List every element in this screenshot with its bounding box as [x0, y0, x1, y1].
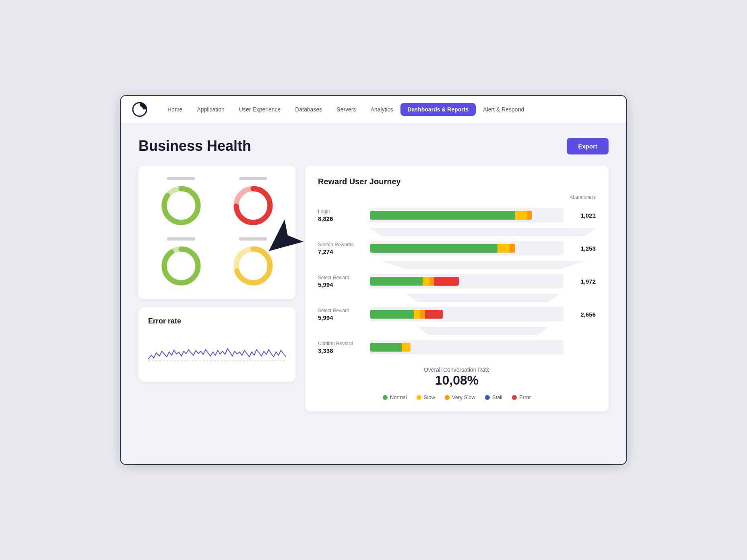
gauges-grid [148, 177, 286, 288]
nav-dashboards[interactable]: Dashboards & Reports [400, 103, 476, 116]
journey-title: Reward User Journey [318, 177, 596, 186]
nav-analytics[interactable]: Analytics [363, 103, 400, 116]
nav-home[interactable]: Home [160, 103, 190, 116]
gauge-1-ring [159, 183, 203, 228]
funnel-label-5: Confirm Reward 3,338 [318, 341, 370, 354]
svg-marker-14 [407, 294, 560, 302]
legend-label-error: Error [519, 394, 531, 400]
legend-slow: Slow [417, 394, 435, 400]
gauge-1 [148, 177, 214, 228]
gauge-2 [220, 177, 286, 228]
main-content: Business Health Export [121, 123, 626, 426]
abandonners-header: Abandoners [563, 194, 596, 200]
legend-normal: Normal [383, 394, 407, 400]
legend-dot-slow [417, 395, 421, 400]
overall-rate-label: Overall Conversation Rate [318, 366, 596, 373]
funnel-abandon-1: 1,021 [563, 212, 596, 219]
gauge-cursor-icon [262, 213, 274, 224]
funnel-bar-1 [370, 203, 563, 227]
funnel-connector-4 [370, 327, 596, 335]
legend-error: Error [512, 394, 531, 400]
svg-marker-15 [418, 327, 549, 335]
funnel-row-3: Select Reward 5,994 1, [318, 269, 596, 293]
funnel-row-1: Login 8,826 1,021 [318, 203, 596, 227]
funnel-row-5: Confirm Reward 3,338 [318, 335, 596, 359]
funnel-label-3: Select Reward 5,994 [318, 275, 370, 288]
error-rate-title: Error rate [148, 317, 286, 325]
legend-label-very-slow: Very Slow [452, 394, 475, 400]
funnel-bar-5 [370, 335, 563, 359]
funnel-connector-1 [370, 228, 596, 236]
funnel-label-1: Login 8,826 [318, 209, 370, 222]
nav-menu: Home Application User Experience Databas… [160, 103, 531, 116]
legend-dot-normal [383, 395, 388, 400]
gauge-3 [148, 237, 214, 288]
navbar: Home Application User Experience Databas… [121, 96, 626, 123]
funnel-connector-3 [370, 294, 596, 302]
funnel-abandon-2: 1,253 [563, 245, 596, 252]
cards-row: Error rate Reward User Journey [138, 166, 609, 412]
overall-rate-value: 10,08% [318, 373, 596, 388]
funnel-bar-3 [370, 269, 563, 293]
nav-servers[interactable]: Servers [329, 103, 363, 116]
svg-point-1 [136, 106, 143, 113]
svg-marker-12 [370, 228, 596, 236]
nav-application[interactable]: Application [190, 103, 232, 116]
funnel-bar-2 [370, 236, 563, 260]
gauge-3-label [167, 237, 195, 241]
sparkline-chart [148, 332, 286, 372]
page-title: Business Health [138, 138, 251, 154]
error-rate-card: Error rate [138, 307, 295, 382]
svg-marker-13 [382, 261, 584, 269]
legend-label-slow: Slow [424, 394, 435, 400]
funnel-abandon-3: 1,972 [563, 278, 596, 285]
nav-user-experience[interactable]: User Experience [232, 103, 288, 116]
svg-point-3 [164, 189, 198, 222]
left-panel: Error rate [138, 166, 295, 382]
funnel-header: Abandoners [318, 194, 596, 200]
legend-very-slow: Very Slow [445, 394, 475, 400]
funnel-label-2: Search Rewards 7,274 [318, 242, 370, 255]
funnel-row-4: Select Reward 5,994 2, [318, 302, 596, 326]
app-logo [132, 102, 147, 117]
legend-stall: Stall [485, 394, 502, 400]
export-button[interactable]: Export [567, 138, 609, 154]
page-header: Business Health Export [138, 138, 609, 154]
chart-legend: Normal Slow Very Slow Stall [318, 394, 596, 400]
gauge-4-ring [231, 244, 275, 288]
legend-label-stall: Stall [492, 394, 502, 400]
journey-panel: Reward User Journey Abandoners Login 8,8… [305, 166, 609, 412]
overall-rate: Overall Conversation Rate 10,08% [318, 366, 596, 388]
nav-alert[interactable]: Alert & Respond [476, 103, 531, 116]
legend-label-normal: Normal [390, 394, 407, 400]
funnel-abandon-4: 2,656 [563, 311, 596, 318]
app-container: Home Application User Experience Databas… [120, 95, 627, 465]
legend-dot-error [512, 395, 517, 400]
gauge-2-label [239, 177, 267, 180]
gauge-2-ring [231, 183, 275, 228]
funnel-bar-4 [370, 302, 563, 326]
legend-dot-very-slow [445, 395, 450, 400]
nav-databases[interactable]: Databases [288, 103, 329, 116]
funnel-connector-2 [370, 261, 596, 269]
funnel-label-4: Select Reward 5,994 [318, 308, 370, 321]
svg-point-8 [164, 249, 198, 283]
gauge-1-label [167, 177, 195, 180]
gauges-card [138, 166, 295, 299]
funnel-row-2: Search Rewards 7,274 1,253 [318, 236, 596, 260]
gauge-3-ring [159, 244, 203, 288]
legend-dot-stall [485, 395, 490, 400]
funnel-chart: Login 8,826 1,021 [318, 203, 596, 359]
